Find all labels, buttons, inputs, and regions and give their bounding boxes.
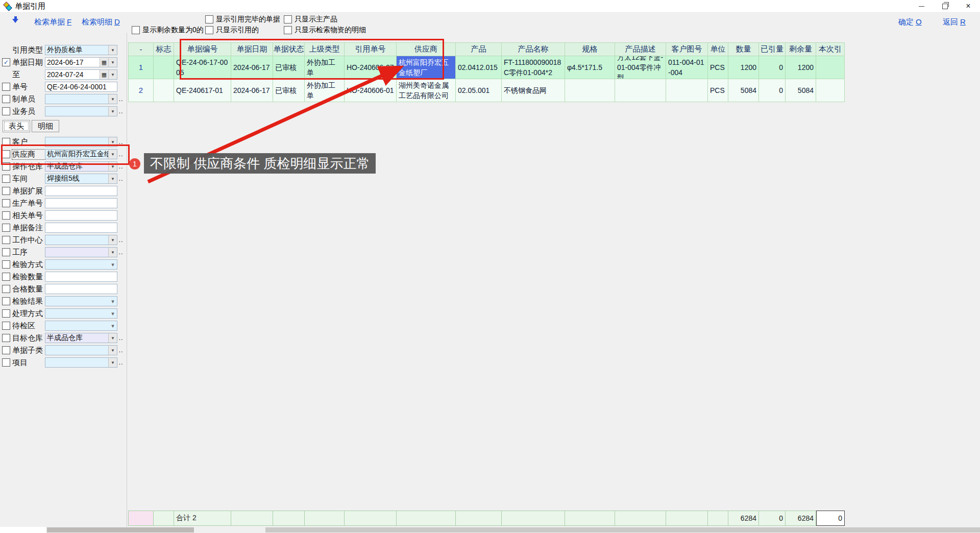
ellipsis-button[interactable]: .. xyxy=(117,139,125,144)
ellipsis-button[interactable]: .. xyxy=(117,176,125,181)
cell[interactable]: 5084 xyxy=(786,79,816,102)
filter-checkbox[interactable]: ✓ xyxy=(2,322,10,330)
dropdown-arrow-icon[interactable]: ▼ xyxy=(108,174,117,183)
cell[interactable]: 已审核 xyxy=(273,79,305,102)
confirm-link[interactable]: 确定O xyxy=(898,17,922,27)
filter-checkbox[interactable]: ✓ xyxy=(2,260,10,269)
filter-checkbox[interactable]: ✓ xyxy=(2,187,10,195)
ellipsis-button[interactable]: .. xyxy=(117,360,125,365)
filter-checkbox-show-completed[interactable]: 显示引用完毕的单据 xyxy=(205,15,280,24)
horizontal-scrollbar[interactable] xyxy=(0,527,980,533)
filter-checkbox-main-product-only[interactable]: 只显示主产品 xyxy=(284,15,337,24)
column-header[interactable]: 标志 xyxy=(154,42,174,56)
dropdown-arrow-icon[interactable]: ▼ xyxy=(108,45,117,55)
cell[interactable]: 外协加工单 xyxy=(305,79,345,102)
cell[interactable]: 不锈钢食品网 xyxy=(502,79,565,102)
filter-checkbox[interactable]: ✓ xyxy=(2,150,10,158)
calendar-icon[interactable]: ▦ xyxy=(100,70,108,79)
column-header[interactable]: 产品描述 xyxy=(615,42,666,56)
ellipsis-button[interactable]: .. xyxy=(117,164,125,169)
totals-cell[interactable]: 0 xyxy=(816,511,845,526)
restore-button[interactable] xyxy=(933,0,957,12)
cell[interactable] xyxy=(666,79,708,102)
search-doc-link[interactable]: 检索单据F xyxy=(34,17,71,27)
filter-checkbox[interactable]: ✓ xyxy=(2,273,10,281)
cell[interactable]: 已审核 xyxy=(273,56,305,79)
cell[interactable] xyxy=(615,79,666,102)
filter-checkbox-referenced-only[interactable]: 只显示引用的 xyxy=(205,26,259,35)
cell[interactable]: φ4.5*171.5 xyxy=(565,56,615,79)
filter-checkbox-searched-material-detail-only[interactable]: 只显示检索物资的明细 xyxy=(284,26,366,35)
ellipsis-button[interactable]: .. xyxy=(117,109,125,114)
cell[interactable]: 0 xyxy=(759,56,786,79)
column-header[interactable]: - xyxy=(128,42,154,56)
filter-checkbox[interactable]: ✓ xyxy=(2,95,10,103)
back-link[interactable]: 返回R xyxy=(943,17,966,27)
filter-checkbox[interactable]: ✓ xyxy=(2,83,10,91)
cell[interactable]: PCS xyxy=(708,79,728,102)
column-header[interactable]: 单据日期 xyxy=(231,42,273,56)
ellipsis-button[interactable]: .. xyxy=(117,152,125,157)
column-header[interactable]: 上级类型 xyxy=(305,42,345,56)
cell[interactable] xyxy=(816,56,845,79)
column-header[interactable]: 产品名称 xyxy=(502,42,565,56)
dropdown-arrow-icon[interactable]: ▼ xyxy=(108,58,117,67)
filter-checkbox[interactable]: ✓ xyxy=(2,224,10,232)
column-header[interactable]: 已引量 xyxy=(759,42,786,56)
column-header[interactable]: 本次引 xyxy=(816,42,845,56)
filter-field[interactable]: ▼ xyxy=(45,137,117,147)
cell[interactable]: HO-240606-07 xyxy=(345,56,397,79)
cell[interactable]: 1 xyxy=(128,56,154,79)
filter-field[interactable] xyxy=(45,284,117,294)
filter-field[interactable] xyxy=(45,223,117,233)
download-arrow-icon[interactable] xyxy=(12,16,19,23)
dropdown-arrow-icon[interactable]: ▼ xyxy=(108,235,117,245)
filter-checkbox[interactable]: ✓ xyxy=(2,297,10,305)
dropdown-arrow-icon[interactable]: ▼ xyxy=(108,94,117,104)
cell[interactable]: 0 xyxy=(759,79,786,102)
column-header[interactable]: 规格 xyxy=(565,42,615,56)
filter-field[interactable]: ▼ xyxy=(45,94,117,104)
ellipsis-button[interactable]: .. xyxy=(117,250,125,255)
filter-checkbox[interactable]: ✓ xyxy=(2,285,10,293)
cell[interactable] xyxy=(565,79,615,102)
column-header[interactable]: 单位 xyxy=(708,42,728,56)
filter-field[interactable]: ▼ xyxy=(45,345,117,355)
filter-checkbox[interactable]: ✓ xyxy=(2,162,10,171)
cell[interactable]: HO-240606-01 xyxy=(345,79,397,102)
cell[interactable]: 方太12套下篮-01-004零件冲型 xyxy=(615,56,666,79)
column-header[interactable]: 单据状态 xyxy=(273,42,305,56)
cell[interactable]: 1200 xyxy=(728,56,759,79)
cell[interactable]: 02.05.001 xyxy=(456,79,502,102)
ellipsis-button[interactable]: .. xyxy=(117,348,125,353)
ellipsis-button[interactable]: .. xyxy=(117,335,125,341)
dropdown-arrow-icon[interactable]: ▼ xyxy=(108,333,117,343)
filter-checkbox[interactable]: ✓ xyxy=(2,334,10,342)
column-header[interactable]: 数量 xyxy=(728,42,759,56)
filter-field[interactable]: 外协质检单 ▼ xyxy=(45,45,117,55)
filter-field[interactable]: 2024-07-24 ▦ ▼ xyxy=(45,69,117,80)
chevron-down-icon[interactable]: ▾ xyxy=(109,261,117,268)
filter-field[interactable]: ▼ xyxy=(45,235,117,245)
ellipsis-button[interactable]: .. xyxy=(117,96,125,102)
cell[interactable]: 1200 xyxy=(786,56,816,79)
filter-field[interactable]: 2024-06-17 ▦ ▼ xyxy=(45,57,117,67)
cell[interactable]: 杭州富阳乔宏五金纸塑厂 xyxy=(397,56,456,79)
column-header[interactable]: 单据编号 xyxy=(174,42,231,56)
cell[interactable]: 02.0412.015 xyxy=(456,56,502,79)
column-header[interactable]: 供应商 xyxy=(397,42,456,56)
dropdown-arrow-icon[interactable]: ▼ xyxy=(108,70,117,79)
cell[interactable]: QE-240617-01 xyxy=(174,79,231,102)
cell[interactable] xyxy=(154,79,174,102)
filter-field[interactable]: ▼ xyxy=(45,357,117,368)
filter-field[interactable] xyxy=(45,186,117,196)
chevron-down-icon[interactable]: ▾ xyxy=(109,298,117,305)
filter-checkbox[interactable]: ✓ xyxy=(2,199,10,207)
dropdown-arrow-icon[interactable]: ▼ xyxy=(108,137,117,147)
cell[interactable]: PCS xyxy=(708,56,728,79)
column-header[interactable]: 剩余量 xyxy=(786,42,816,56)
filter-field[interactable]: ▾ xyxy=(45,321,117,331)
search-detail-link[interactable]: 检索明细D xyxy=(82,17,120,27)
filter-checkbox[interactable]: ✓ xyxy=(2,346,10,354)
scrollbar-thumb[interactable] xyxy=(47,527,194,532)
